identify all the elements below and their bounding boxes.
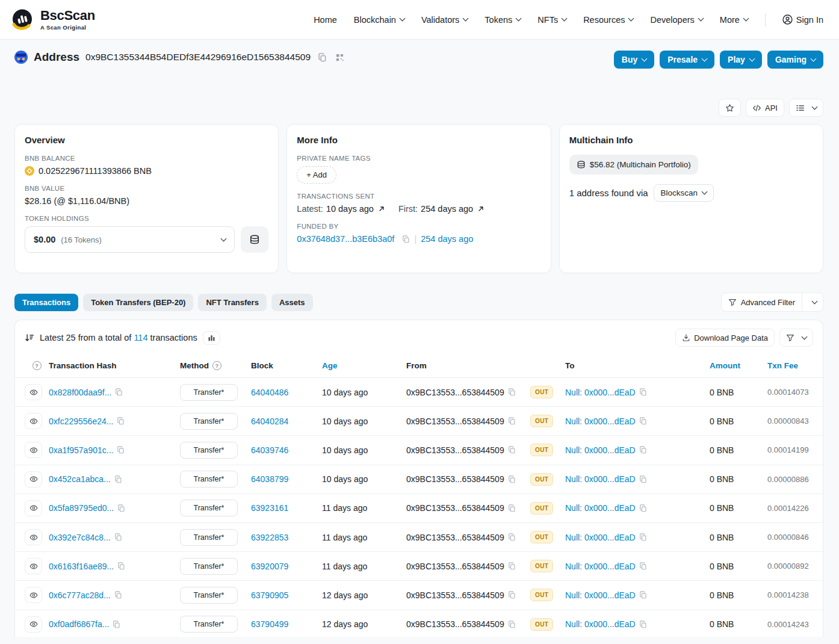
transaction-hash-link[interactable]: 0x828f00daa9f... [49, 388, 111, 397]
copy-icon[interactable] [639, 621, 647, 628]
header-txn-fee[interactable]: Txn Fee [765, 361, 813, 370]
external-arrow-icon[interactable] [378, 205, 385, 212]
method-badge[interactable]: Transfer* [180, 558, 238, 575]
copy-icon[interactable] [508, 533, 516, 541]
copy-icon[interactable] [508, 446, 516, 454]
download-page-data-button[interactable]: Download Page Data [675, 329, 775, 347]
transaction-hash-link[interactable]: 0x452ca1abca... [49, 474, 111, 484]
method-badge[interactable]: Transfer* [180, 529, 238, 546]
question-circle-icon[interactable] [212, 361, 221, 370]
copy-icon[interactable] [508, 562, 516, 570]
transaction-hash-link[interactable]: 0x6c777ac28d... [49, 590, 111, 600]
view-options-button[interactable] [789, 99, 823, 117]
summary-total-link[interactable]: 114 [134, 333, 147, 342]
question-circle-icon[interactable] [33, 361, 42, 370]
to-address-link[interactable]: Null: 0x000...dEaD [565, 416, 636, 426]
block-link[interactable]: 63922853 [251, 533, 288, 542]
copy-icon[interactable] [639, 562, 647, 570]
copy-icon[interactable] [114, 591, 122, 599]
sign-in-button[interactable]: Sign In [782, 14, 823, 25]
advanced-filter-caret[interactable] [802, 293, 823, 311]
qr-code-button[interactable] [334, 52, 345, 63]
funded-by-address-link[interactable]: 0x37648d37...b3E6b3a0f [297, 234, 394, 244]
preview-transaction-button[interactable] [25, 413, 42, 429]
copy-icon[interactable] [508, 591, 516, 599]
copy-icon[interactable] [114, 475, 122, 483]
method-badge[interactable]: Transfer* [180, 500, 238, 516]
gaming-button[interactable]: Gaming [767, 51, 823, 69]
tab-nft-transfers[interactable]: NFT Transfers [198, 294, 266, 311]
tab-transactions[interactable]: Transactions [14, 294, 78, 311]
chart-view-button[interactable] [203, 331, 220, 345]
block-link[interactable]: 64038799 [251, 474, 288, 484]
block-link[interactable]: 64040486 [251, 388, 288, 397]
copy-icon[interactable] [639, 388, 647, 396]
copy-icon[interactable] [508, 417, 516, 425]
method-badge[interactable]: Transfer* [180, 442, 238, 459]
copy-icon[interactable] [402, 235, 410, 243]
copy-icon[interactable] [117, 417, 125, 425]
preview-transaction-button[interactable] [25, 471, 42, 488]
copy-icon[interactable] [117, 446, 125, 454]
bscscan-logo[interactable]: BscScan A Scan Original [10, 7, 95, 33]
to-address-link[interactable]: Null: 0x000...dEaD [565, 445, 636, 455]
presale-button[interactable]: Presale [660, 51, 714, 69]
token-holdings-dropdown[interactable]: $0.00 (16 Tokens) [25, 226, 235, 253]
tab-assets[interactable]: Assets [271, 294, 313, 311]
nav-item-validators[interactable]: Validators [421, 15, 468, 25]
method-badge[interactable]: Transfer* [180, 413, 238, 430]
method-badge[interactable]: Transfer* [180, 616, 238, 633]
block-link[interactable]: 64040284 [251, 416, 288, 426]
to-address-link[interactable]: Null: 0x000...dEaD [565, 590, 636, 600]
copy-icon[interactable] [115, 388, 123, 396]
copy-icon[interactable] [113, 621, 120, 628]
copy-icon[interactable] [639, 417, 647, 425]
preview-transaction-button[interactable] [25, 616, 42, 633]
token-holdings-wallet-button[interactable] [241, 226, 268, 253]
copy-icon[interactable] [117, 504, 125, 512]
to-address-link[interactable]: Null: 0x000...dEaD [565, 388, 636, 397]
preview-transaction-button[interactable] [25, 500, 42, 516]
advanced-filter-button[interactable]: Advanced Filter [722, 293, 802, 311]
method-badge[interactable]: Transfer* [180, 384, 238, 401]
copy-icon[interactable] [508, 621, 516, 628]
copy-icon[interactable] [639, 504, 647, 512]
method-badge[interactable]: Transfer* [180, 587, 238, 604]
to-address-link[interactable]: Null: 0x000...dEaD [565, 503, 636, 513]
copy-icon[interactable] [639, 475, 647, 483]
to-address-link[interactable]: Null: 0x000...dEaD [565, 474, 636, 484]
block-link[interactable]: 64039746 [251, 445, 288, 455]
nav-item-more[interactable]: More [720, 15, 748, 25]
nav-item-tokens[interactable]: Tokens [485, 15, 521, 25]
copy-icon[interactable] [508, 388, 516, 396]
nav-item-blockchain[interactable]: Blockchain [354, 15, 404, 25]
funded-by-age-link[interactable]: 254 days ago [421, 234, 473, 244]
to-address-link[interactable]: Null: 0x000...dEaD [565, 562, 636, 571]
nav-item-nfts[interactable]: NFTs [537, 15, 566, 25]
copy-icon[interactable] [639, 446, 647, 454]
header-age[interactable]: Age [322, 361, 406, 370]
block-link[interactable]: 63923161 [251, 503, 288, 513]
block-link[interactable]: 63920079 [251, 562, 288, 571]
preview-transaction-button[interactable] [25, 442, 42, 458]
to-address-link[interactable]: Null: 0x000...dEaD [565, 619, 636, 629]
preview-transaction-button[interactable] [25, 587, 42, 603]
play-button[interactable]: Play [720, 51, 762, 69]
external-arrow-icon[interactable] [477, 205, 485, 212]
copy-icon[interactable] [508, 504, 516, 512]
nav-item-developers[interactable]: Developers [650, 15, 702, 25]
table-filter-button[interactable] [779, 329, 813, 347]
copy-icon[interactable] [117, 562, 125, 570]
favorite-button[interactable] [719, 99, 741, 117]
transaction-hash-link[interactable]: 0x6163f16ae89... [49, 562, 114, 571]
header-amount[interactable]: Amount [705, 361, 765, 370]
copy-address-button[interactable] [317, 52, 328, 63]
add-name-tag-button[interactable]: + Add [297, 166, 336, 184]
copy-icon[interactable] [114, 533, 122, 541]
blockscan-source-dropdown[interactable]: Blockscan [654, 184, 714, 202]
tab-token-transfers[interactable]: Token Transfers (BEP-20) [83, 294, 193, 311]
preview-transaction-button[interactable] [25, 529, 42, 545]
multichain-portfolio-badge[interactable]: $56.82 (Multichain Portfolio) [569, 155, 698, 175]
method-badge[interactable]: Transfer* [180, 471, 238, 488]
block-link[interactable]: 63790905 [251, 590, 288, 600]
